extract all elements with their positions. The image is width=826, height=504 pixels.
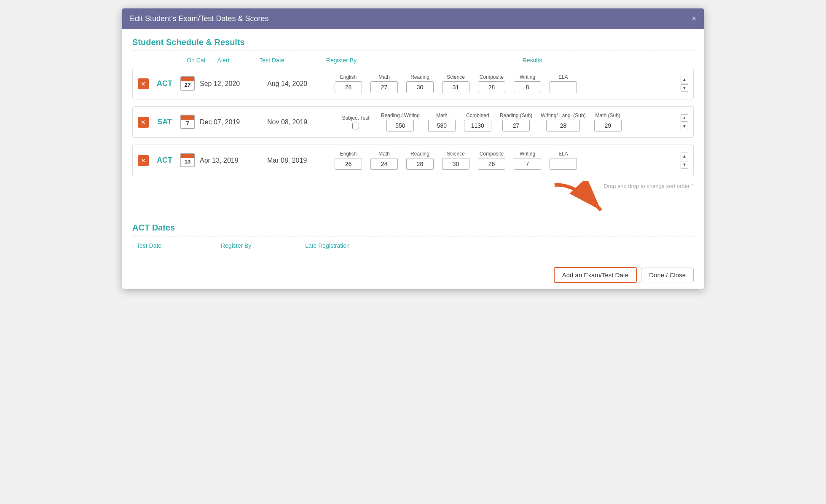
score-math-2-label: Math [378, 151, 390, 157]
score-science-2: Science [442, 151, 469, 170]
score-math-sub-input[interactable] [594, 120, 622, 131]
score-science-label: Science [447, 74, 465, 80]
score-ela: ELA [550, 74, 577, 93]
score-english-label: English [340, 74, 357, 80]
score-reading-sub-input[interactable] [502, 120, 530, 131]
modal-close-button[interactable]: × [692, 14, 696, 23]
score-english-2: English [335, 151, 362, 170]
score-english-input[interactable] [335, 81, 362, 93]
score-ela-2-input[interactable] [550, 158, 577, 170]
score-science-input[interactable] [442, 81, 469, 93]
score-writing-label: Writing [520, 74, 535, 80]
scroll-up-act-1[interactable]: ▲ [681, 76, 688, 83]
add-exam-button[interactable]: Add an Exam/Test Date [554, 267, 637, 283]
score-writing-2-label: Writing [520, 151, 535, 157]
exam-type-sat: SAT [153, 118, 176, 126]
score-reading-label: Reading [410, 74, 429, 80]
score-reading-sub-label: Reading (Sub) [500, 113, 532, 118]
section-divider-1 [132, 51, 694, 51]
scroll-down-act-2[interactable]: ▼ [681, 161, 688, 169]
register-date-act-1: Aug 14, 2020 [267, 80, 330, 88]
score-math-sub-label: Math (Sub) [595, 113, 620, 118]
score-science-2-input[interactable] [442, 158, 469, 170]
modal-footer: Add an Exam/Test Date Done / Close [122, 261, 704, 289]
score-composite-2: Composite [478, 151, 505, 170]
scores-grid-sat: Reading / Writing Math Combined Reading … [381, 113, 676, 131]
modal-body: Student Schedule & Results On Cal Alert … [122, 29, 704, 261]
exam-card-act-2: ✕ ACT 13 Apr 13, 2019 Mar 08, 2019 Engli… [132, 145, 694, 176]
score-reading-input[interactable] [406, 81, 434, 93]
score-ela-input[interactable] [550, 81, 577, 93]
score-science-2-label: Science [447, 151, 465, 157]
exam-date-act-1: Sep 12, 2020 [200, 80, 263, 88]
score-math-2: Math [370, 151, 398, 170]
scroll-controls-act-1: ▲ ▼ [681, 76, 688, 92]
score-writing-lang-sub-label: Writing/ Lang. (Sub) [541, 113, 586, 118]
act-dates-section: ACT Dates Test Date Register By Late Reg… [132, 223, 694, 249]
score-writing-2-input[interactable] [514, 158, 541, 170]
subject-test-area: Subject Test [335, 115, 377, 129]
scroll-up-act-2[interactable]: ▲ [681, 153, 688, 160]
score-reading-2-input[interactable] [406, 158, 434, 170]
score-rw-label: Reading / Writing [381, 113, 420, 118]
scores-grid-act-1: English Math Reading Science [335, 74, 676, 93]
score-composite-label: Composite [480, 74, 504, 80]
scores-grid-act-2: English Math Reading Science [335, 151, 676, 170]
score-reading: Reading [406, 74, 434, 93]
done-close-button[interactable]: Done / Close [641, 268, 694, 282]
score-rw: Reading / Writing [381, 113, 420, 131]
scroll-down-act-1[interactable]: ▼ [681, 84, 688, 92]
act-dates-header: Test Date Register By Late Registration [132, 242, 694, 249]
act-header-registerby: Register By [221, 242, 305, 249]
score-writing-lang-sub-input[interactable] [546, 120, 580, 131]
header-oncal: On Cal [181, 57, 211, 64]
schedule-table-header: On Cal Alert Test Date Register By Resul… [132, 57, 694, 64]
scroll-up-sat[interactable]: ▲ [681, 114, 688, 122]
score-writing-input[interactable] [514, 81, 541, 93]
delete-button-act-2[interactable]: ✕ [138, 155, 149, 166]
score-writing-lang-sub: Writing/ Lang. (Sub) [541, 113, 586, 131]
exam-date-sat: Dec 07, 2019 [200, 118, 263, 126]
score-math-sub: Math (Sub) [594, 113, 622, 131]
score-english-2-input[interactable] [335, 158, 362, 170]
exam-card-sat: ✕ SAT 7 Dec 07, 2019 Nov 08, 2019 Subjec… [132, 106, 694, 138]
subject-test-checkbox[interactable] [352, 123, 359, 129]
section-divider-2 [132, 236, 694, 236]
arrow-annotation-container [132, 193, 694, 219]
header-results: Results [375, 57, 689, 64]
act-dates-title: ACT Dates [132, 223, 694, 233]
score-english: English [335, 74, 362, 93]
scroll-controls-act-2: ▲ ▼ [681, 153, 688, 169]
score-reading-2: Reading [406, 151, 434, 170]
score-combined-input[interactable] [464, 120, 491, 131]
score-sat-math-input[interactable] [428, 120, 456, 131]
calendar-icon-act-1[interactable]: 27 [180, 76, 196, 91]
score-ela-2-label: ELA [558, 151, 568, 157]
score-writing: Writing [514, 74, 541, 93]
scroll-down-sat[interactable]: ▼ [681, 123, 688, 130]
score-composite-input[interactable] [478, 81, 505, 93]
score-sat-math: Math [428, 113, 456, 131]
score-composite-2-label: Composite [480, 151, 504, 157]
calendar-icon-act-2[interactable]: 13 [180, 153, 196, 168]
act-header-latereg: Late Registration [305, 242, 689, 249]
score-rw-input[interactable] [386, 120, 414, 131]
score-sat-math-label: Math [436, 113, 448, 118]
student-schedule-title: Student Schedule & Results [132, 38, 694, 47]
score-writing-2: Writing [514, 151, 541, 170]
calendar-icon-sat[interactable]: 7 [180, 115, 196, 130]
register-date-act-2: Mar 08, 2019 [267, 157, 330, 164]
exam-type-act-1: ACT [153, 79, 176, 88]
student-schedule-section: Student Schedule & Results On Cal Alert … [132, 38, 694, 189]
score-math-2-input[interactable] [370, 158, 398, 170]
modal-title: Edit Student's Exam/Test Dates & Scores [130, 14, 269, 23]
score-english-2-label: English [340, 151, 357, 157]
register-date-sat: Nov 08, 2019 [267, 118, 330, 126]
delete-button-act-1[interactable]: ✕ [138, 78, 149, 89]
subject-test-label: Subject Test [342, 115, 369, 121]
scroll-controls-sat: ▲ ▼ [681, 114, 688, 130]
score-math-input[interactable] [370, 81, 398, 93]
arrow-annotation [542, 181, 626, 219]
delete-button-sat[interactable]: ✕ [138, 117, 149, 128]
score-composite-2-input[interactable] [478, 158, 505, 170]
